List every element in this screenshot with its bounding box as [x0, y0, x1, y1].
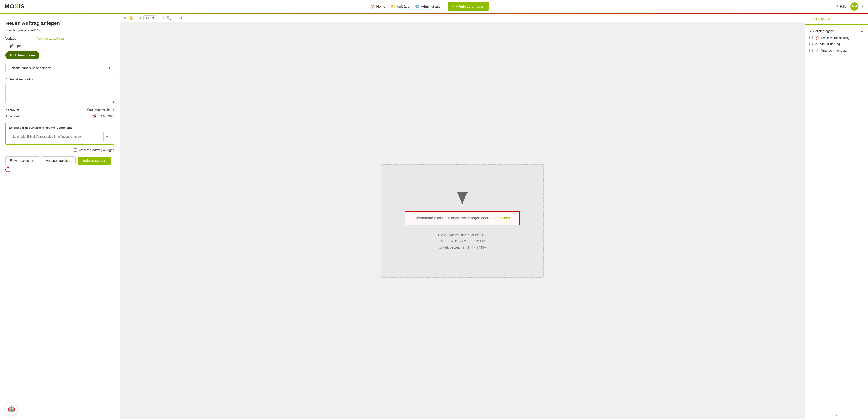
empfaenger-row: Empfänger: [5, 44, 114, 48]
pdf-area: Dokumente zum Hochladen hier ablegen ode…: [120, 23, 805, 419]
zoom-out-icon[interactable]: 🔍: [166, 16, 171, 20]
nav-administration-label: Administration: [421, 4, 442, 8]
vorlage-speichern-button[interactable]: Vorlage speichern: [42, 156, 76, 165]
ablaufdatum-value[interactable]: 📅 03.09.2023: [93, 114, 114, 118]
new-order-button[interactable]: + + Auftrag anlegen: [448, 2, 489, 11]
document-icon: 📄: [815, 49, 818, 52]
page-info[interactable]: 1 / 1 ▾: [144, 16, 156, 20]
avatar[interactable]: MM: [850, 2, 859, 11]
robot-avatar[interactable]: 🤖: [4, 402, 18, 416]
empfaenger-select-row: ▾: [9, 131, 111, 141]
help-link[interactable]: ❓ Hilfe: [835, 4, 847, 9]
auftrag-senden-button[interactable]: Auftrag senden: [78, 156, 111, 165]
text-tool-icon[interactable]: A: [124, 16, 126, 20]
avatar-chevron-icon[interactable]: ▾: [862, 5, 864, 8]
arrow-bar: [457, 192, 468, 193]
ablaufdatum-row: Ablaufdatum 📅 03.09.2023: [5, 114, 114, 118]
max-size-label: Maximale Datei Größe: 50 MB: [438, 238, 487, 244]
weiterer-row: Weiteren Auftrag anlegen: [5, 148, 114, 152]
info-icon[interactable]: i: [5, 167, 10, 172]
main-nav: 🏠 Home 📁 Aufträge ⚙️ Administration + + …: [31, 2, 828, 11]
visualisierung-checkbox[interactable]: [809, 42, 812, 46]
bottom-buttons: Entwurf speichern Vorlage speichern Auft…: [5, 156, 114, 172]
page-chevron-icon: ▾: [152, 16, 154, 20]
platzhalter-title: PLATZHALTER: [809, 17, 864, 21]
page-current: 1: [146, 16, 147, 20]
unterschriftenblatt-label: Unterschriftenblatt: [821, 49, 847, 52]
pan-tool-icon[interactable]: ✋: [129, 16, 133, 20]
drop-box: Dokumente zum Hochladen hier ablegen ode…: [405, 211, 520, 225]
kategorie-select[interactable]: Kategorie wählen ▾: [87, 108, 114, 111]
page-separator: /: [148, 16, 149, 20]
kategorie-label: Kategorie: [5, 108, 37, 111]
prev-page-button[interactable]: ‹: [139, 16, 142, 20]
empfaenger-des-title: Empfänger des unterschriebenen Dokuments: [9, 126, 111, 129]
next-page-button[interactable]: ›: [157, 16, 160, 20]
main-layout: Neuen Auftrag anlegen Standardprozess (e…: [0, 13, 868, 419]
mich-hinzufuegen-button[interactable]: Mich hinzufügen: [5, 51, 39, 59]
nav-auftraege[interactable]: 📁 Aufträge: [391, 4, 409, 9]
logo-x: X: [14, 3, 19, 10]
entscheidungsebene-label: Entscheidungsebene anlegen: [9, 66, 51, 70]
visualisierung-title: Visualisierungsart ▲: [809, 29, 864, 33]
header: MOXIS 🏠 Home 📁 Aufträge ⚙️ Administratio…: [0, 0, 868, 13]
entscheidung-plus-icon: +: [108, 66, 111, 70]
nav-home[interactable]: 🏠 Home: [370, 4, 385, 9]
gear-icon: ⚙️: [415, 4, 420, 9]
ablaufdatum-label: Ablaufdatum: [5, 114, 37, 118]
allowed-files-label: Diese Dateien sind erlaubt: PDF: [438, 232, 487, 238]
radio-keine-visualisierung[interactable]: 🚫 Keine Visualisierung: [809, 36, 864, 40]
home-icon: 🏠: [370, 4, 375, 9]
keine-visualisierung-checkbox[interactable]: [809, 36, 812, 39]
nav-auftraege-label: Aufträge: [397, 4, 409, 8]
weiterer-label: Weiteren Auftrag anlegen: [79, 148, 114, 152]
briefcase-icon: 📁: [391, 4, 395, 9]
weiterer-auftrag-checkbox[interactable]: [73, 148, 77, 152]
header-right: ❓ Hilfe MM ▾: [835, 2, 864, 11]
page-title: Neuen Auftrag anlegen: [5, 20, 114, 26]
drop-text: Dokumente zum Hochladen hier ablegen ode…: [414, 216, 490, 220]
center-panel: A ✋ ‹ 1 / 1 ▾ › 🔍 ⊡ ⊕: [120, 13, 805, 419]
keine-visualisierung-label: Keine Visualisierung: [821, 36, 850, 40]
kategorie-value: Kategorie wählen: [87, 108, 112, 111]
empfaenger-input[interactable]: [9, 132, 103, 141]
radio-unterschriftenblatt[interactable]: 📄 Unterschriftenblatt: [809, 49, 864, 52]
process-label: Standardprozess (eIDAS): [5, 29, 114, 32]
right-panel: PLATZHALTER Visualisierungsart ▲ 🚫 Keine…: [805, 13, 868, 419]
entscheidungsebene-button[interactable]: Entscheidungsebene anlegen +: [5, 63, 114, 73]
file-info: Diese Dateien sind erlaubt: PDF Maximale…: [438, 232, 487, 250]
right-scroll-indicator: ▼: [805, 412, 868, 419]
logo-mo: MO: [4, 3, 14, 10]
auftragsbeschreibung-textarea[interactable]: [5, 83, 114, 103]
plus-icon: +: [452, 4, 455, 8]
fit-page-icon[interactable]: ⊡: [174, 16, 177, 20]
entwurf-speichern-button[interactable]: Entwurf speichern: [5, 156, 39, 165]
collapse-icon[interactable]: ▲: [860, 29, 864, 33]
right-panel-content: Visualisierungsart ▲ 🚫 Keine Visualisier…: [805, 25, 868, 412]
pdf-toolbar: A ✋ ‹ 1 / 1 ▾ › 🔍 ⊡ ⊕: [120, 13, 805, 23]
toolbar-separator: [136, 16, 136, 20]
calendar-icon: 📅: [93, 114, 97, 118]
ablaufdatum-text: 03.09.2023: [98, 114, 114, 118]
unterschriftenblatt-checkbox[interactable]: [809, 49, 812, 52]
vorlage-row: Vorlage Vorlage auswählen: [5, 37, 114, 40]
nav-home-label: Home: [376, 4, 385, 8]
durchsuchen-link[interactable]: durchsuchen: [490, 216, 510, 220]
new-order-label: + Auftrag anlegen: [456, 4, 485, 8]
visualisierung-label-text: Visualisierung: [820, 42, 840, 46]
empfaenger-label: Empfänger: [5, 44, 37, 48]
kategorie-chevron-icon: ▾: [113, 108, 114, 111]
auftragsbeschreibung-label: Auftragsbeschreibung: [5, 78, 114, 81]
nav-administration[interactable]: ⚙️ Administration: [415, 4, 442, 9]
pdf-drop-zone[interactable]: Dokumente zum Hochladen hier ablegen ode…: [381, 164, 544, 277]
vorlage-link[interactable]: Vorlage auswählen: [37, 37, 64, 40]
eye-icon: 👁: [815, 42, 818, 46]
logo-is: IS: [19, 3, 25, 10]
empfaenger-dropdown-button[interactable]: ▾: [103, 132, 111, 141]
zoom-in-icon[interactable]: ⊕: [179, 16, 182, 20]
right-panel-header: PLATZHALTER: [805, 13, 868, 25]
upload-icon: [457, 192, 468, 204]
invalid-chars-label: Ungültige Zeichen: [^<>;:?"*|/]+: [438, 244, 487, 250]
vorlage-label: Vorlage: [5, 37, 37, 40]
radio-visualisierung[interactable]: 👁 Visualisierung: [809, 42, 864, 46]
